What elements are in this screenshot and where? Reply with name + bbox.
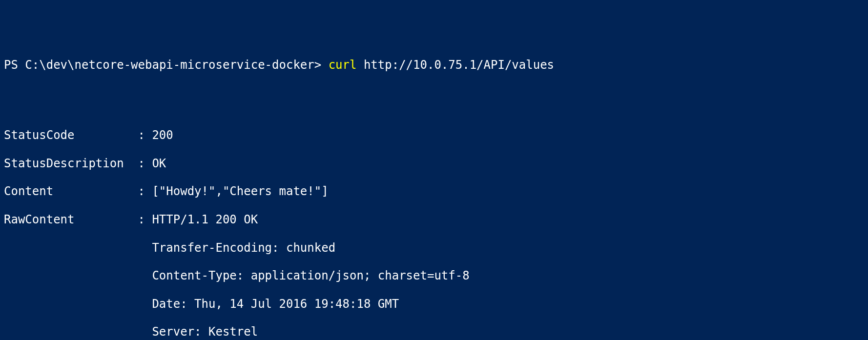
output-sep: :	[138, 184, 152, 199]
output-row-content: Content: ["Howdy!","Cheers mate!"]	[4, 184, 864, 199]
output-key: StatusDescription	[4, 157, 138, 171]
output-val: OK	[152, 157, 166, 171]
output-row-rawcontent: RawContent: HTTP/1.1 200 OK	[4, 213, 864, 227]
output-val: 200	[152, 128, 173, 142]
output-val: HTTP/1.1 200 OK	[152, 213, 258, 227]
rawcontent-line: Server: Kestrel	[152, 325, 864, 339]
command-name: curl	[329, 58, 357, 72]
output-sep: :	[138, 128, 152, 142]
rawcontent-line: Date: Thu, 14 Jul 2016 19:48:18 GMT	[152, 297, 864, 311]
output-sep: :	[138, 157, 152, 171]
rawcontent-line: Transfer-Encoding: chunked	[152, 241, 864, 255]
rawcontent-line: Content-Type: application/json; charset=…	[152, 269, 864, 283]
output-row-statuscode: StatusCode: 200	[4, 128, 864, 142]
output-val: ["Howdy!","Cheers mate!"]	[152, 184, 328, 199]
prompt-prefix: PS C:\dev\netcore-webapi-microservice-do…	[4, 58, 329, 72]
blank-line	[4, 100, 864, 115]
blank-line	[4, 72, 864, 86]
output-key: StatusCode	[4, 128, 138, 142]
command-url: http://10.0.75.1/API/values	[356, 58, 554, 72]
output-key: RawContent	[4, 213, 138, 227]
terminal-output[interactable]: PS C:\dev\netcore-webapi-microservice-do…	[4, 58, 864, 340]
output-sep: :	[138, 213, 152, 227]
output-key: Content	[4, 184, 138, 199]
output-row-statusdescription: StatusDescription: OK	[4, 157, 864, 171]
